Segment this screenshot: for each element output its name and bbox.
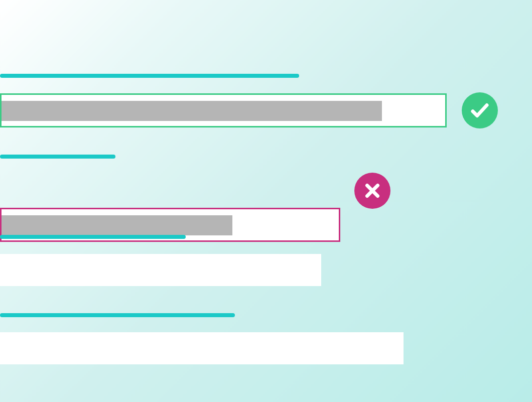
invalid-input-fill: [2, 215, 232, 235]
placeholder-line-1: [0, 74, 299, 78]
valid-input-box: [0, 93, 447, 127]
placeholder-line-2: [0, 155, 115, 159]
placeholder-line-3: [0, 235, 186, 239]
check-icon: [462, 92, 498, 128]
neutral-input-box-2: [0, 332, 404, 364]
placeholder-line-4: [0, 313, 235, 317]
neutral-input-box-1: [0, 254, 321, 286]
valid-input-fill: [2, 101, 382, 121]
cross-icon: [354, 173, 390, 209]
